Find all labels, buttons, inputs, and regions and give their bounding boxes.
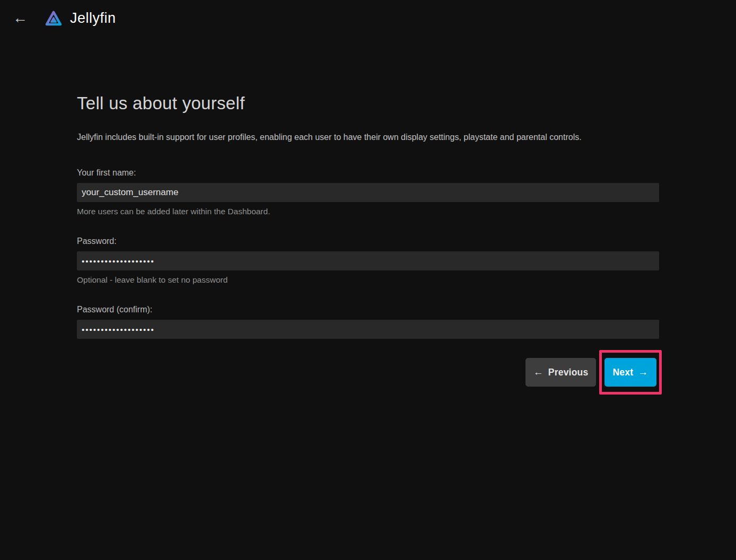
password-input[interactable] [77, 251, 659, 270]
previous-button[interactable]: ← Previous [525, 358, 596, 387]
password-label: Password: [77, 236, 659, 246]
arrow-right-icon: → [638, 366, 648, 378]
app-name: Jellyfin [70, 10, 116, 27]
password-confirm-input[interactable] [77, 320, 659, 339]
arrow-left-icon: ← [533, 366, 544, 378]
first-name-group: Your first name: More users can be added… [77, 168, 659, 216]
jellyfin-logo-icon [43, 7, 64, 29]
password-group: Password: Optional - leave blank to set … [77, 236, 659, 284]
app-header: ← Jellyfin [0, 0, 736, 36]
setup-wizard-page: Tell us about yourself Jellyfin includes… [77, 93, 659, 395]
next-button[interactable]: Next → [604, 358, 656, 387]
user-profile-form: Your first name: More users can be added… [77, 168, 659, 395]
first-name-input[interactable] [77, 183, 659, 202]
app-logo: Jellyfin [43, 7, 116, 29]
wizard-button-row: ← Previous Next → [77, 350, 659, 395]
first-name-label: Your first name: [77, 168, 659, 178]
back-button[interactable]: ← [10, 7, 31, 29]
page-title: Tell us about yourself [77, 93, 659, 113]
first-name-help: More users can be added later within the… [77, 207, 659, 216]
password-confirm-label: Password (confirm): [77, 304, 659, 314]
next-button-label: Next [613, 367, 634, 378]
previous-button-label: Previous [548, 367, 589, 378]
password-confirm-group: Password (confirm): [77, 304, 659, 339]
password-help: Optional - leave blank to set no passwor… [77, 275, 659, 284]
annotation-highlight-box: Next → [599, 350, 662, 395]
page-description: Jellyfin includes built-in support for u… [77, 132, 659, 142]
back-arrow-icon: ← [13, 10, 28, 26]
